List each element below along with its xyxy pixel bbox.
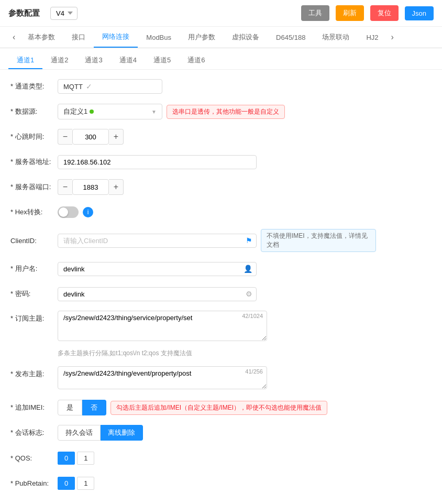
tab-modbus[interactable]: ModBus <box>138 28 180 47</box>
qos-btn-group: 0 1 <box>58 452 94 465</box>
channel-type-display: MQTT ✓ <box>58 79 162 94</box>
server-port-stepper: − + <box>58 179 124 195</box>
info-icon[interactable]: i <box>83 207 93 217</box>
channel-tab-6[interactable]: 通道6 <box>179 52 213 69</box>
session-flag-label: * 会话标志: <box>10 428 58 437</box>
add-imei-hint: 勾选后主题后追加/IMEI（自定义主题/IMEI），即使不勾选也能使用魔法值 <box>110 401 327 415</box>
add-imei-toggle-group: 是 否 <box>58 400 106 415</box>
channel-tabs: 通道1 通道2 通道3 通道4 通道5 通道6 <box>0 48 442 70</box>
publish-topic-counter: 41/256 <box>245 368 263 375</box>
add-imei-label: * 追加IMEI: <box>10 403 58 412</box>
server-port-increment-button[interactable]: + <box>109 179 124 195</box>
tab-interface[interactable]: 接口 <box>63 27 94 47</box>
flag-icon: ⚑ <box>246 236 252 245</box>
gear-icon: ⚙ <box>246 290 252 298</box>
user-icon: 👤 <box>244 265 252 273</box>
hex-convert-content: i <box>58 206 432 218</box>
server-port-row: * 服务器端口: − + <box>10 179 432 195</box>
pub-retain-btn-group: 0 1 <box>58 477 94 490</box>
tab-d645[interactable]: D645/188 <box>268 28 314 47</box>
channel-type-content: MQTT ✓ <box>58 79 432 94</box>
publish-topic-textarea[interactable]: /sys/2new/d2423/thing/event/property/pos… <box>58 366 267 389</box>
server-port-input[interactable] <box>72 179 109 195</box>
qos-content: 0 1 <box>58 452 432 465</box>
client-id-row: ClientID: ⚑ 不填使用IMEI，支持魔法值，详情见文档 <box>10 229 432 252</box>
channel-tab-3[interactable]: 通道3 <box>76 52 110 69</box>
username-content: 👤 <box>58 262 432 276</box>
add-imei-content: 是 否 勾选后主题后追加/IMEI（自定义主题/IMEI），即使不勾选也能使用魔… <box>58 400 432 415</box>
username-input-wrapper: 👤 <box>58 262 257 276</box>
publish-topic-content: /sys/2new/d2423/thing/event/property/pos… <box>58 366 432 391</box>
server-addr-input[interactable] <box>58 155 257 169</box>
nav-tabs: ‹ 基本参数 接口 网络连接 ModBus 用户参数 虚拟设备 D645/188… <box>0 27 442 48</box>
tab-hj2[interactable]: HJ2 <box>358 28 386 47</box>
subscribe-topic-textarea-box: /sys/2new/d2423/thing/service/property/s… <box>58 311 267 343</box>
publish-topic-label: * 发布主题: <box>10 366 58 379</box>
data-source-label: * 数据源: <box>10 107 58 116</box>
subscribe-topic-content: /sys/2new/d2423/thing/service/property/s… <box>58 311 432 358</box>
session-flag-content: 持久会话 离线删除 <box>58 425 432 441</box>
hex-convert-toggle[interactable] <box>58 206 79 218</box>
check-circle-icon: ✓ <box>86 82 92 91</box>
status-dot <box>90 109 94 114</box>
publish-topic-row: * 发布主题: /sys/2new/d2423/thing/event/prop… <box>10 366 432 391</box>
qos-1-button[interactable]: 1 <box>77 452 94 465</box>
subscribe-topic-row: * 订阅主题: /sys/2new/d2423/thing/service/pr… <box>10 311 432 358</box>
qos-row: * QOS: 0 1 <box>10 450 432 466</box>
pub-retain-0-button[interactable]: 0 <box>58 477 75 490</box>
qos-0-button[interactable]: 0 <box>58 452 75 465</box>
toggle-circle <box>59 207 68 217</box>
password-row: * 密码: ⚙ <box>10 286 432 302</box>
reset-button[interactable]: 复位 <box>370 5 399 21</box>
version-select[interactable]: V4 <box>50 7 78 20</box>
heartbeat-input[interactable] <box>72 129 109 145</box>
password-input-wrapper: ⚙ <box>58 287 257 301</box>
heartbeat-decrement-button[interactable]: − <box>58 129 72 145</box>
session-offline-button[interactable]: 离线删除 <box>101 425 143 441</box>
username-input[interactable] <box>58 262 257 276</box>
server-port-decrement-button[interactable]: − <box>58 179 72 195</box>
channel-type-value: MQTT <box>63 83 83 91</box>
session-persist-button[interactable]: 持久会话 <box>58 425 101 441</box>
subscribe-topic-textarea[interactable]: /sys/2new/d2423/thing/service/property/s… <box>58 311 267 341</box>
header: 参数配置 V4 工具 刷新 复位 Json <box>0 0 442 27</box>
server-port-label: * 服务器端口: <box>10 182 58 192</box>
client-id-input[interactable] <box>58 234 257 248</box>
tab-basic-params[interactable]: 基本参数 <box>19 27 63 47</box>
pub-retain-1-button[interactable]: 1 <box>77 477 94 490</box>
username-row: * 用户名: 👤 <box>10 260 432 277</box>
client-id-content: ⚑ 不填使用IMEI，支持魔法值，详情见文档 <box>58 229 432 252</box>
tab-network[interactable]: 网络连接 <box>94 27 138 48</box>
password-content: ⚙ <box>58 287 432 301</box>
channel-tab-5[interactable]: 通道5 <box>145 52 179 69</box>
pub-retain-row: * PubRetain: 0 1 <box>10 475 432 491</box>
tools-button[interactable]: 工具 <box>301 5 329 21</box>
heartbeat-increment-button[interactable]: + <box>109 129 124 145</box>
json-button[interactable]: Json <box>405 6 434 20</box>
channel-tab-1[interactable]: 通道1 <box>8 52 42 69</box>
tab-virtual-device[interactable]: 虚拟设备 <box>224 27 268 47</box>
username-label: * 用户名: <box>10 264 58 273</box>
heartbeat-row: * 心跳时间: − + <box>10 128 432 145</box>
add-imei-no-button[interactable]: 否 <box>82 400 106 415</box>
client-id-input-wrapper: ⚑ <box>58 234 257 248</box>
heartbeat-label: * 心跳时间: <box>10 132 58 141</box>
form-body: * 通道类型: MQTT ✓ * 数据源: 自定义1 ▼ 选串口是透传，其他功能… <box>0 70 442 504</box>
refresh-button[interactable]: 刷新 <box>336 5 364 21</box>
session-flag-row: * 会话标志: 持久会话 离线删除 <box>10 424 432 441</box>
add-imei-yes-button[interactable]: 是 <box>58 400 82 415</box>
hex-convert-label: * Hex转换: <box>10 207 58 217</box>
tab-user-params[interactable]: 用户参数 <box>180 27 224 47</box>
subscribe-topic-label: * 订阅主题: <box>10 311 58 323</box>
data-source-select[interactable]: 自定义1 ▼ <box>58 104 162 119</box>
subscribe-topic-counter: 42/1024 <box>242 313 263 319</box>
channel-tab-2[interactable]: 通道2 <box>42 52 76 69</box>
data-source-row: * 数据源: 自定义1 ▼ 选串口是透传，其他功能一般是自定义 <box>10 103 432 120</box>
nav-next-arrow[interactable]: › <box>387 27 398 47</box>
pub-retain-content: 0 1 <box>58 477 432 490</box>
tab-scene[interactable]: 场景联动 <box>314 27 358 47</box>
password-input[interactable] <box>58 287 257 301</box>
channel-tab-4[interactable]: 通道4 <box>111 52 145 69</box>
qos-label: * QOS: <box>10 454 58 462</box>
nav-prev-arrow[interactable]: ‹ <box>8 27 19 47</box>
